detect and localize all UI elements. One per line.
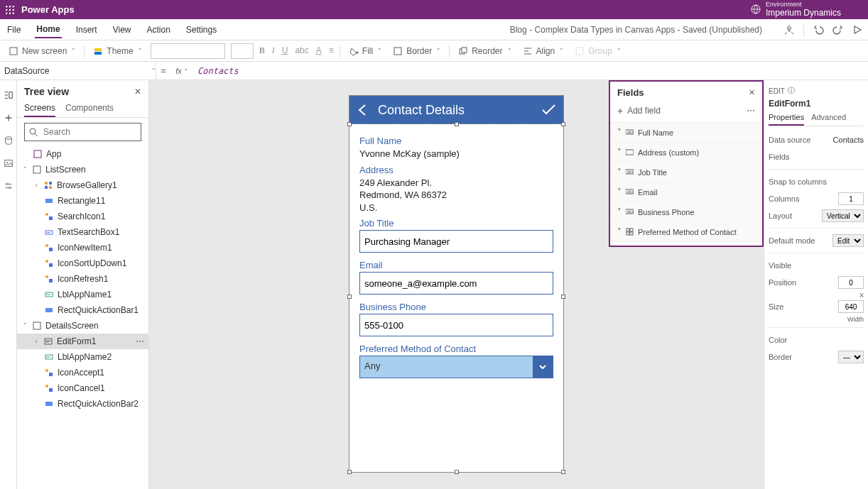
tab-properties[interactable]: Properties	[769, 113, 804, 126]
svg-point-4	[9, 9, 11, 10]
tree-node-browsegallery[interactable]: ›BrowseGallery1	[17, 177, 148, 193]
media-icon[interactable]	[4, 158, 13, 168]
tree-node-detailsscreen[interactable]: ˅DetailsScreen	[17, 318, 148, 334]
tree-node-lblapp1[interactable]: LblAppName1	[17, 287, 148, 302]
data-icon[interactable]	[4, 136, 13, 145]
underline-icon[interactable]: U	[282, 45, 288, 56]
prop-size-value[interactable]	[838, 300, 864, 313]
tree-node-rectangle[interactable]: Rectangle11	[17, 193, 148, 209]
prop-layout-value[interactable]: Vertical	[822, 209, 864, 222]
tree-node-rectbar1[interactable]: RectQuickActionBar1	[17, 302, 148, 318]
strike-icon[interactable]: abc	[295, 45, 308, 56]
input-phone[interactable]	[359, 314, 553, 336]
reorder-button[interactable]: Reorder˅	[455, 45, 514, 57]
align-button[interactable]: Align˅	[520, 45, 567, 57]
tree-node-rectbar2[interactable]: RectQuickActionBar2	[17, 396, 148, 412]
input-email[interactable]	[359, 272, 553, 295]
italic-icon[interactable]: I	[272, 45, 275, 56]
tab-screens[interactable]: Screens	[24, 100, 55, 117]
tree-view-icon[interactable]	[4, 90, 13, 100]
app-topbar: Power Apps EnvironmentImperium Dynamics	[0, 0, 868, 19]
bold-icon[interactable]: B	[259, 45, 265, 56]
tree-node-searchicon[interactable]: SearchIcon1	[17, 209, 148, 224]
selected-control: EditForm1	[769, 99, 864, 109]
svg-rect-46	[49, 373, 53, 376]
font-select[interactable]	[151, 43, 225, 59]
more-icon[interactable]: ⋯	[747, 106, 755, 116]
undo-icon[interactable]	[813, 24, 824, 35]
prop-position-value[interactable]	[838, 276, 864, 289]
prop-columns-value[interactable]	[838, 192, 864, 205]
property-select[interactable]: DataSource˅	[0, 62, 156, 79]
menu-settings[interactable]: Settings	[185, 22, 218, 38]
formula-input[interactable]: Contacts	[192, 66, 868, 76]
accept-icon[interactable]	[541, 102, 556, 118]
menu-file[interactable]: File	[6, 22, 22, 38]
svg-rect-29	[49, 186, 52, 189]
prop-defaultmode-value[interactable]: Edit	[832, 234, 864, 247]
redo-icon[interactable]	[832, 24, 844, 35]
chevron-down-icon[interactable]	[533, 356, 553, 378]
tree-node-iconnewitem[interactable]: IconNewItem1	[17, 240, 148, 256]
prop-border-value[interactable]: —	[838, 351, 864, 363]
canvas[interactable]: Contact Details Full Name Yvonne McKay (…	[149, 80, 764, 489]
label-address: Address	[359, 165, 553, 175]
new-screen-button[interactable]: New screen˅	[6, 45, 78, 57]
menu-insert[interactable]: Insert	[75, 22, 99, 38]
prop-fields-label[interactable]: Fields	[769, 153, 789, 161]
advanced-icon[interactable]	[4, 181, 13, 191]
theme-button[interactable]: Theme˅	[90, 45, 144, 57]
tab-components[interactable]: Components	[65, 100, 114, 117]
prop-columns-label: Columns	[769, 194, 799, 203]
field-row[interactable]: ˅abcFull Name	[610, 123, 762, 143]
svg-rect-28	[45, 186, 48, 189]
field-row[interactable]: ˅Preferred Method of Contact	[610, 222, 762, 242]
tab-advanced[interactable]: Advanced	[811, 113, 846, 126]
font-size-select[interactable]	[231, 43, 254, 59]
tree-node-app[interactable]: App	[17, 146, 148, 162]
tree-node-editform[interactable]: ›EditForm1⋯	[17, 334, 148, 349]
insert-icon[interactable]	[4, 113, 13, 123]
tree-node-iconrefresh[interactable]: IconRefresh1	[17, 271, 148, 287]
field-row[interactable]: ˅abcJob Title	[610, 163, 762, 182]
format-toolbar: New screen˅ Theme˅ B I U abc A ≡ Fill˅ B…	[0, 40, 868, 62]
menu-action[interactable]: Action	[146, 22, 172, 38]
svg-rect-30	[45, 199, 53, 203]
help-icon[interactable]: ⓘ	[788, 86, 795, 96]
prop-datasource-value[interactable]: Contacts	[833, 136, 864, 144]
fx-label: fx˅	[170, 67, 192, 75]
svg-point-2	[13, 6, 14, 7]
svg-rect-25	[33, 166, 40, 173]
tree-node-iconsortupdown[interactable]: IconSortUpDown1	[17, 256, 148, 271]
back-icon[interactable]	[357, 104, 369, 116]
add-field-button[interactable]: +Add field	[617, 105, 661, 116]
svg-rect-27	[49, 182, 52, 185]
screen-title: Contact Details	[378, 103, 465, 118]
field-row[interactable]: ˅abcEmail	[610, 182, 762, 202]
tree-node-iconaccept[interactable]: IconAccept1	[17, 365, 148, 380]
tree-node-iconcancel[interactable]: IconCancel1	[17, 380, 148, 396]
close-icon[interactable]: ✕	[749, 88, 755, 97]
node-more-icon[interactable]: ⋯	[136, 336, 144, 346]
border-button[interactable]: Border˅	[390, 45, 443, 57]
tree-node-listscreen[interactable]: ˅ListScreen	[17, 162, 148, 177]
tree-search-input[interactable]	[24, 123, 141, 141]
close-icon[interactable]: ✕	[134, 87, 141, 97]
text-align-icon[interactable]: ≡	[329, 45, 334, 56]
input-jobtitle[interactable]	[359, 230, 553, 253]
play-icon[interactable]	[852, 25, 862, 35]
prop-defaultmode-label: Default mode	[769, 236, 815, 245]
tree-node-lblapp2[interactable]: LblAppName2	[17, 349, 148, 365]
app-checker-icon[interactable]	[783, 24, 795, 35]
fill-button[interactable]: Fill˅	[346, 45, 384, 57]
waffle-icon[interactable]	[6, 6, 14, 14]
font-color-icon[interactable]: A	[316, 45, 322, 56]
field-row[interactable]: ˅abcBusiness Phone	[610, 202, 762, 222]
dropdown-pmoc[interactable]: Any	[359, 356, 553, 378]
menu-home[interactable]: Home	[35, 21, 61, 38]
tree-node-textsearchbox[interactable]: TextSearchBox1	[17, 224, 148, 240]
menu-view[interactable]: View	[112, 22, 133, 38]
edit-form[interactable]: Full Name Yvonne McKay (sample) Address …	[349, 124, 563, 472]
field-row[interactable]: ˅Address (custom)	[610, 143, 762, 163]
environment-picker[interactable]: EnvironmentImperium Dynamics	[750, 1, 862, 18]
